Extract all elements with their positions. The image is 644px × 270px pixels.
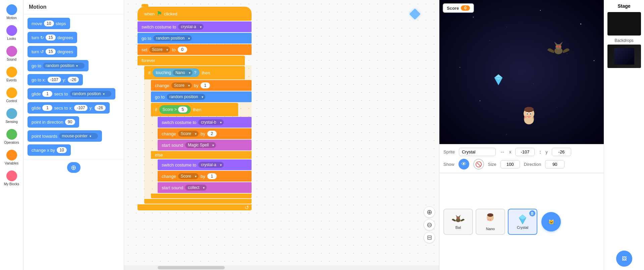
move-steps-block[interactable]: move 10 steps <box>28 18 70 29</box>
when-flag-clicked-block[interactable]: when ⚑ clicked <box>138 7 252 21</box>
sound-icon <box>6 46 17 57</box>
zoom-reset-button[interactable]: ⊟ <box>424 232 435 243</box>
size-input[interactable] <box>500 160 520 168</box>
change-score-3-block[interactable]: change Score by 1 <box>158 171 252 182</box>
start-sound-collect-block[interactable]: start sound collect <box>158 182 252 193</box>
switch-costume-b-block[interactable]: switch costume to crystal-b <box>158 117 252 128</box>
category-sidebar: Motion Looks Sound Events Control Sensin… <box>0 0 23 270</box>
glide-to-block[interactable]: glide 1 secs to random position <box>28 88 115 99</box>
svg-point-32 <box>487 219 489 220</box>
switch-costume-block-1[interactable]: switch costume to crystal-a <box>138 21 252 32</box>
star <box>594 60 594 61</box>
add-backdrop-button[interactable]: 🖼 <box>616 251 632 267</box>
sidebar-item-sensing[interactable]: Sensing <box>0 106 23 126</box>
if-touching-header[interactable]: if touching Nano ? then <box>144 66 245 79</box>
stage-canvas: Score 0 <box>439 0 604 144</box>
palette-bottom-bar: ⊕ <box>23 159 124 176</box>
else-blocks: switch costume to crystal-a change Score… <box>158 159 252 194</box>
sidebar-item-control[interactable]: Control <box>0 85 23 106</box>
nested-if-header[interactable]: if Score > 5 then <box>151 103 238 116</box>
svg-point-30 <box>487 213 493 216</box>
svg-point-4 <box>556 46 558 48</box>
show-visible-button[interactable]: 👁 <box>459 159 469 170</box>
motion-label: Motion <box>6 16 16 20</box>
bat-sprite-thumb[interactable]: Bat <box>443 209 473 235</box>
direction-input[interactable] <box>545 160 565 168</box>
svg-point-31 <box>490 219 491 220</box>
set-score-block[interactable]: set Score to 0 <box>138 44 252 55</box>
horizontal-scrollbar[interactable] <box>124 265 439 270</box>
sidebar-item-operators[interactable]: Operators <box>0 126 23 147</box>
sidebar-item-my-blocks[interactable]: My Blocks <box>0 168 23 189</box>
script-canvas[interactable]: when ⚑ clicked switch costume to crystal… <box>124 0 439 270</box>
crystal-icon <box>409 8 421 20</box>
nano-sprite-thumb[interactable]: Nano <box>476 209 505 235</box>
change-score-1-block[interactable]: change Score by 1 <box>151 80 252 91</box>
nano-sprite <box>520 106 538 127</box>
svg-point-16 <box>524 107 534 112</box>
show-hidden-button[interactable]: 🚫 <box>473 159 484 170</box>
start-sound-magic-block[interactable]: start sound Magic Spell <box>158 140 252 150</box>
score-condition[interactable]: Score > 5 <box>159 105 191 114</box>
sidebar-item-variables[interactable]: Variables <box>0 147 23 168</box>
sprite-info-panel: Sprite ↔ x ↕ y Show 👁 🚫 Size Direction <box>439 144 604 173</box>
go-to-xy-block[interactable]: go to x: -107 y: -26 <box>28 74 83 85</box>
looks-label: Looks <box>7 37 16 41</box>
x-input[interactable] <box>515 148 535 156</box>
scroll-thumb[interactable] <box>158 266 225 269</box>
sprite-show-row: Show 👁 🚫 Size Direction <box>443 159 600 170</box>
y-input[interactable] <box>552 148 571 156</box>
star <box>506 27 507 27</box>
svg-text:🐱: 🐱 <box>548 219 554 225</box>
forever-block-header[interactable]: forever <box>138 56 245 65</box>
sidebar-item-sound[interactable]: Sound <box>0 43 23 64</box>
point-towards-block[interactable]: point towards mouse-pointer <box>28 130 102 142</box>
crystal-thumb-delete[interactable]: 🗑 <box>529 210 535 216</box>
go-to-block[interactable]: go to random position <box>28 60 89 71</box>
star <box>540 10 541 11</box>
turn-cw-block[interactable]: turn ↻ 15 degrees <box>28 32 77 43</box>
stage-sprite-panel: Score 0 <box>439 0 604 270</box>
crystal-sprite-thumb[interactable]: 🗑 Crystal <box>508 209 537 235</box>
then-blocks: switch costume to crystal-b change Score… <box>158 116 252 151</box>
add-sprite-button[interactable]: 🐱 <box>541 212 561 231</box>
svg-point-5 <box>559 46 561 48</box>
bat-thumb-label: Bat <box>455 225 461 229</box>
switch-costume-a-block[interactable]: switch costume to crystal-a <box>158 159 252 170</box>
sensing-icon <box>6 108 17 119</box>
go-to-random-block[interactable]: go to random position <box>138 33 252 44</box>
point-direction-block[interactable]: point in direction 90 <box>28 116 79 128</box>
sidebar-item-motion[interactable]: Motion <box>0 2 23 22</box>
score-label: Score <box>447 6 459 11</box>
star <box>480 100 480 101</box>
operators-label: Operators <box>4 141 19 144</box>
events-label: Events <box>6 78 17 82</box>
sprite-name-input[interactable] <box>459 148 496 156</box>
score-value: 0 <box>461 5 470 11</box>
stage-thumbnail[interactable] <box>607 12 641 36</box>
svg-point-22 <box>525 116 527 118</box>
x-arrows-icon: ↔ <box>500 149 505 155</box>
sensing-label: Sensing <box>5 120 17 124</box>
variables-label: Variables <box>5 161 18 165</box>
else-label: else <box>151 151 252 159</box>
backdrop-thumbnail[interactable] <box>607 45 641 68</box>
change-x-block[interactable]: change x by 10 <box>28 144 71 156</box>
add-extension-button[interactable]: ⊕ <box>67 162 80 173</box>
zoom-controls: ⊕ ⊖ ⊟ <box>424 206 435 243</box>
sidebar-item-events[interactable]: Events <box>0 64 23 85</box>
go-to-random-2-block[interactable]: go to random position <box>151 91 252 102</box>
change-score-2-block[interactable]: change Score by 2 <box>158 128 252 139</box>
turn-ccw-block[interactable]: turn ↺ 15 degrees <box>28 46 77 57</box>
zoom-in-button[interactable]: ⊕ <box>424 206 435 218</box>
operators-icon <box>6 129 17 140</box>
touching-condition[interactable]: touching Nano ? <box>153 68 200 77</box>
if-end <box>144 199 252 204</box>
glide-to-xy-block[interactable]: glide 1 secs to x: -107 y: -26 <box>28 102 110 114</box>
sidebar-item-looks[interactable]: Looks <box>0 22 23 43</box>
bat-sprite <box>547 40 570 60</box>
sprite-thumbnails-panel: Bat Nano 🗑 Crystal <box>439 173 604 270</box>
zoom-out-button[interactable]: ⊖ <box>424 219 435 230</box>
script-stack: when ⚑ clicked switch costume to crystal… <box>138 7 252 210</box>
crystal-thumb-label: Crystal <box>517 225 528 229</box>
